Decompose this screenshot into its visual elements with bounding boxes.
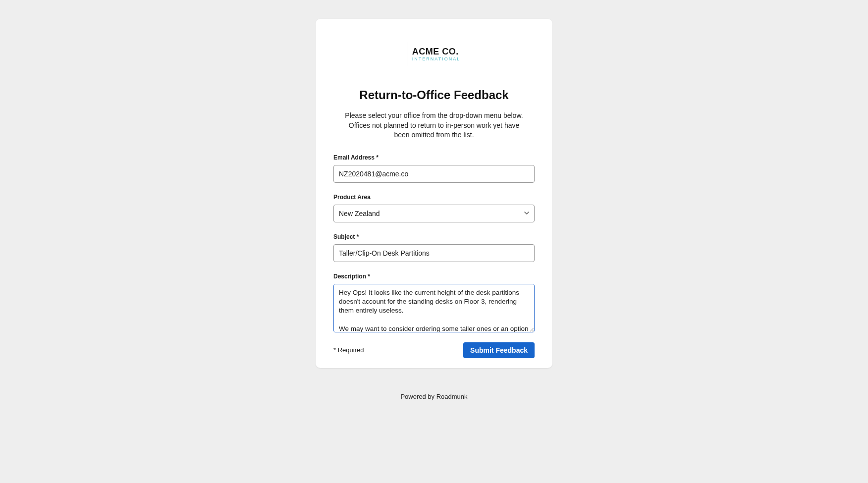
form-intro-text: Please select your office from the drop-… — [333, 111, 535, 140]
logo-divider-bar — [408, 42, 408, 66]
company-logo: ACME CO. INTERNATIONAL — [408, 42, 460, 66]
logo-text-block: ACME CO. INTERNATIONAL — [412, 47, 460, 61]
description-textarea[interactable] — [333, 284, 535, 332]
description-label: Description * — [333, 273, 535, 280]
logo-sub-text: INTERNATIONAL — [412, 57, 460, 61]
feedback-form-card: ACME CO. INTERNATIONAL Return-to-Office … — [316, 19, 552, 368]
subject-field-group: Subject * — [333, 233, 535, 262]
product-area-field-group: Product Area New Zealand — [333, 194, 535, 222]
submit-button[interactable]: Submit Feedback — [463, 342, 535, 358]
product-area-select-wrap: New Zealand — [333, 205, 535, 222]
description-field-group: Description * — [333, 273, 535, 332]
required-note: * Required — [333, 346, 364, 354]
form-footer-row: * Required Submit Feedback — [333, 342, 535, 358]
email-field-group: Email Address * — [333, 154, 535, 183]
subject-label: Subject * — [333, 233, 535, 240]
email-input[interactable] — [333, 165, 535, 183]
subject-input[interactable] — [333, 244, 535, 262]
product-area-select[interactable]: New Zealand — [333, 205, 535, 222]
product-area-label: Product Area — [333, 194, 535, 201]
email-label: Email Address * — [333, 154, 535, 161]
powered-by-text: Powered by Roadmunk — [400, 393, 467, 400]
form-title: Return-to-Office Feedback — [333, 88, 535, 102]
logo-main-text: ACME CO. — [412, 47, 460, 56]
